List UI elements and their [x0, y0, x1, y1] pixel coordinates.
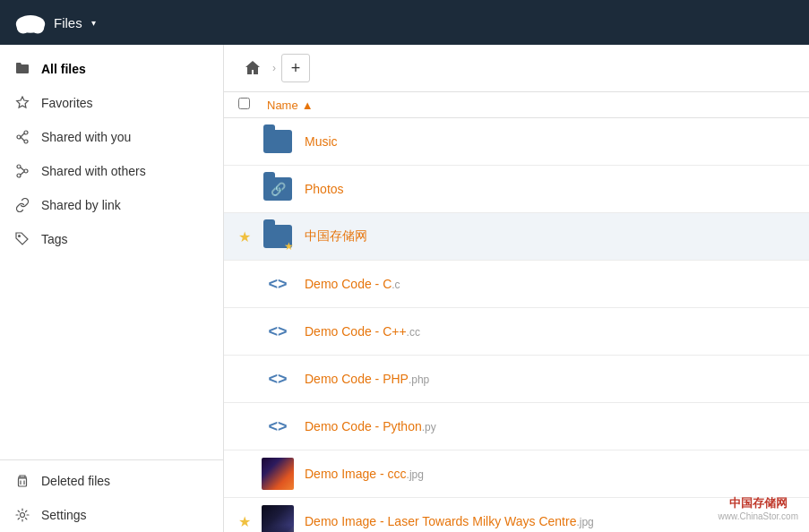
code-icon-cpp: <>	[262, 315, 294, 348]
code-file-shape: <>	[265, 319, 290, 344]
file-row[interactable]: ★ 🔗 Photos	[224, 166, 809, 213]
code-file-shape: <>	[265, 366, 290, 391]
file-name-main: Music	[305, 134, 338, 149]
file-toolbar: › +	[224, 45, 809, 92]
folder-icon-music	[262, 125, 294, 158]
home-button[interactable]	[238, 54, 267, 82]
folder-wrap: ★	[262, 220, 294, 253]
sidebar-label-favorites: Favorites	[41, 96, 93, 110]
link-icon	[14, 197, 30, 213]
sidebar-label-shared-with-others: Shared with others	[41, 164, 146, 178]
select-all-input[interactable]	[238, 98, 250, 109]
svg-point-8	[17, 165, 21, 168]
nextcloud-logo-icon	[14, 6, 47, 39]
gear-icon	[14, 507, 30, 523]
file-row[interactable]: ★ <> Demo Code - PHP.php	[224, 356, 809, 403]
file-name-main: Photos	[305, 182, 344, 196]
name-sort-header[interactable]: Name ▲	[267, 99, 314, 112]
svg-point-2	[31, 21, 44, 33]
app-title: Files	[54, 15, 82, 30]
sidebar-item-shared-by-link[interactable]: Shared by link	[0, 188, 223, 222]
sidebar-label-shared-by-link: Shared by link	[41, 198, 121, 212]
file-row[interactable]: ★ <> Demo Code - Python.py	[224, 403, 809, 450]
folder-shape	[263, 130, 292, 153]
tag-icon	[14, 231, 30, 247]
sidebar-item-shared-with-others[interactable]: Shared with others	[0, 154, 223, 188]
star-button[interactable]: ★	[238, 228, 256, 245]
file-name-main: Demo Code - C++	[305, 324, 407, 339]
file-name-ext: .py	[422, 421, 436, 433]
svg-point-10	[24, 169, 28, 173]
file-name-ext: .c	[392, 279, 400, 291]
code-file-shape: <>	[265, 414, 290, 439]
nav-dropdown-icon[interactable]: ▾	[91, 18, 96, 28]
svg-point-1	[17, 21, 30, 33]
sidebar-spacer	[0, 256, 223, 459]
file-name: Demo Code - C++.cc	[305, 324, 795, 339]
sidebar: All files Favorites Shared with you Shar…	[0, 45, 224, 532]
sidebar-bottom: Deleted files Settings	[0, 459, 223, 532]
file-row[interactable]: ★ <> Demo Code - C.c	[224, 261, 809, 308]
file-row[interactable]: ★ Music	[224, 118, 809, 166]
file-name: Demo Image - ccc.jpg	[305, 467, 795, 481]
select-all-checkbox[interactable]	[238, 98, 260, 112]
svg-point-9	[17, 174, 21, 177]
top-navigation: Files ▾	[0, 0, 809, 45]
file-name-main: Demo Code - Python	[305, 419, 422, 433]
svg-point-13	[18, 235, 21, 237]
star-button[interactable]: ★	[238, 513, 256, 530]
file-name-main: Demo Image - ccc	[305, 467, 407, 481]
watermark: 中国存储网 www.ChinaStor.com	[719, 495, 798, 521]
watermark-line1: 中国存储网	[719, 495, 798, 511]
share-badge-icon: 🔗	[271, 182, 286, 196]
sidebar-label-settings: Settings	[41, 508, 87, 522]
share-out-icon	[14, 163, 30, 179]
add-new-button[interactable]: +	[281, 54, 310, 82]
image-icon-milky-way	[262, 505, 294, 532]
main-layout: All files Favorites Shared with you Shar…	[0, 45, 809, 532]
folder-icon-photos: 🔗	[262, 173, 294, 205]
file-name-ext: .jpg	[407, 468, 424, 481]
file-name-ext: .php	[409, 373, 429, 386]
watermark-line2: www.ChinaStor.com	[719, 511, 798, 521]
sidebar-label-tags: Tags	[41, 232, 68, 246]
svg-line-11	[21, 167, 24, 171]
sidebar-label-shared-with-you: Shared with you	[41, 130, 131, 144]
sidebar-item-favorites[interactable]: Favorites	[0, 86, 223, 120]
image-thumbnail	[262, 458, 294, 490]
svg-point-5	[17, 135, 21, 139]
sidebar-item-shared-with-you[interactable]: Shared with you	[0, 120, 223, 154]
svg-line-7	[21, 137, 24, 141]
app-logo[interactable]: Files ▾	[14, 6, 96, 39]
folder-fill-icon	[14, 61, 30, 77]
file-row[interactable]: ★ Demo Image - ccc.jpg	[224, 450, 809, 498]
file-row[interactable]: ★ ★ 中国存储网	[224, 213, 809, 261]
file-row[interactable]: ★ <> Demo Code - C++.cc	[224, 308, 809, 356]
file-name: 中国存储网	[305, 228, 795, 245]
sidebar-item-tags[interactable]: Tags	[0, 222, 223, 256]
code-icon-python: <>	[262, 410, 294, 442]
svg-line-6	[21, 133, 24, 137]
folder-shared-shape: 🔗	[263, 177, 292, 201]
sort-arrow-icon: ▲	[302, 99, 314, 112]
star-overlay-icon: ★	[284, 240, 294, 253]
sidebar-item-all-files[interactable]: All files	[0, 52, 223, 86]
share-in-icon	[14, 129, 30, 145]
file-name-main: Demo Image - Laser Towards Milky Ways Ce…	[305, 514, 576, 528]
code-icon-php: <>	[262, 363, 294, 395]
file-manager-main: › + Name ▲ ★ Music ★	[224, 45, 809, 532]
svg-point-4	[24, 140, 28, 143]
file-name: Music	[305, 134, 795, 149]
breadcrumb-separator: ›	[272, 62, 276, 74]
code-file-shape: <>	[265, 271, 290, 296]
sidebar-item-deleted-files[interactable]: Deleted files	[0, 464, 223, 498]
file-name: Photos	[305, 182, 795, 196]
svg-rect-14	[19, 478, 27, 486]
name-column-label: Name	[267, 99, 298, 112]
file-name-main: Demo Code - PHP	[305, 372, 409, 386]
sidebar-item-settings[interactable]: Settings	[0, 498, 223, 532]
file-name-ext: .jpg	[576, 516, 593, 528]
file-name: Demo Code - PHP.php	[305, 372, 795, 386]
sidebar-label-all-files: All files	[41, 62, 86, 76]
folder-icon-china: ★	[262, 220, 294, 253]
